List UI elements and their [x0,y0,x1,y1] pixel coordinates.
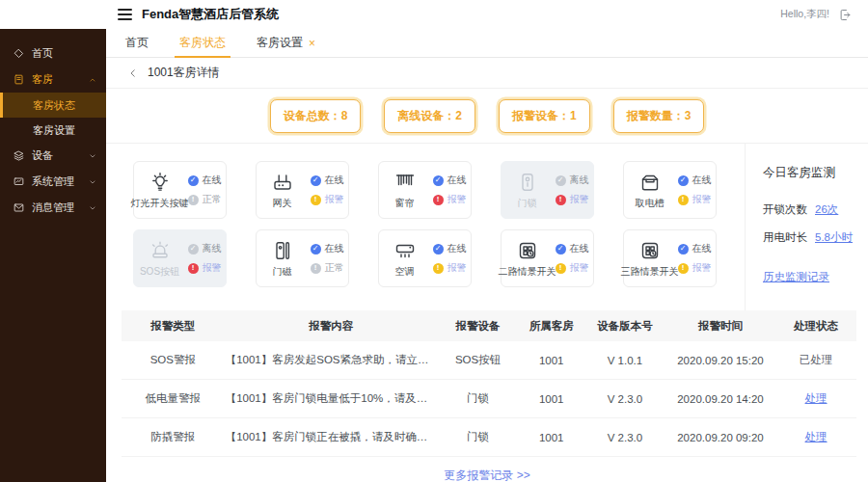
exclamation-circle-icon: ! [311,263,321,274]
cell-status: 已处理 [775,341,856,380]
back-icon[interactable] [127,67,139,79]
table-row: 防撬警报【1001】客房门锁正在被撬，请及时确认安全！门锁1001V 2.3.0… [122,418,856,457]
sidebar-item-rooms[interactable]: 客房 [0,67,106,93]
sidebar-item-system-management[interactable]: 系统管理 [0,169,106,195]
status-online: ✓在线 [188,174,222,187]
tab-room-status[interactable]: 客房状态 [179,29,226,57]
device-card-door-lock[interactable]: 门锁✓离线!报警 [501,161,594,219]
status-label: 离线 [203,242,222,255]
status-alarm-yellow: !报警 [678,261,712,275]
cell-content: 【1001】客房门锁正在被撬，请及时确认安全！ [225,418,438,457]
device-card-gateway[interactable]: 网关✓在线!报警 [256,161,349,219]
device-card-air-conditioner[interactable]: 空调✓在线!报警 [378,229,472,287]
logout-icon[interactable] [838,8,853,22]
sidebar-item-room-settings[interactable]: 客房设置 [0,118,106,143]
lock-icon [516,171,539,194]
check-circle-icon: ✓ [311,244,321,254]
stats-row: 设备总数：8离线设备：2报警设备：1报警数量：3 [106,89,868,144]
sidebar-item-label: 首页 [32,46,53,61]
device-name: 窗帘 [395,197,415,210]
tab-home[interactable]: 首页 [125,29,149,57]
device-card-left: 取电槽 [629,171,671,210]
status-label: 报警 [692,193,712,206]
sidebar-item-label: 设备 [32,148,53,163]
device-card-scene-switch-3[interactable]: 三路情景开关✓在线!报警 [623,229,717,287]
device-statuses: ✓在线!报警 [678,242,712,275]
device-card-left: SOS按钮 [139,239,181,279]
stat-badge-1: 离线设备：2 [384,99,475,133]
cell-status: 处理 [775,380,856,418]
cell-device: SOS按钮 [438,341,519,380]
device-statuses: ✓在线!正常 [188,174,222,206]
column-header: 报警时间 [665,310,775,341]
device-card-power-slot[interactable]: 取电槽✓在线!报警 [623,161,717,219]
device-card-light-switch[interactable]: 灯光开关按键✓在线!正常 [133,161,227,219]
tab-room-settings[interactable]: 客房设置× [257,29,315,57]
status-online: ✓在线 [311,242,344,255]
handled-label: 已处理 [800,354,833,365]
device-name: 灯光开关按键 [131,197,189,210]
handle-link[interactable]: 处理 [805,392,827,404]
chevron-down-icon [88,177,97,187]
status-label: 报警 [203,261,222,275]
status-label: 在线 [203,174,222,187]
page-title: 1001客房详情 [148,65,220,81]
scene-switch-icon [638,239,662,262]
sidebar-item-devices[interactable]: 设备 [0,143,106,169]
check-circle-icon: ✓ [188,244,199,254]
menu-toggle-icon[interactable] [118,9,132,20]
sidebar-item-message-management[interactable]: 消息管理 [0,195,106,221]
check-circle-icon: ✓ [678,175,689,186]
sidebar-item-home[interactable]: 首页 [0,40,106,67]
cell-device: 门锁 [438,418,519,457]
device-name: 二路情景开关 [499,265,556,279]
monitor-row-unlock-count: 开锁次数26次 [763,202,868,217]
monitor-value-link[interactable]: 5.8小时 [815,230,853,245]
cell-type: 防撬警报 [122,418,225,457]
history-records-link[interactable]: 历史监测记录 [763,270,829,284]
ac-icon [393,239,417,262]
check-circle-icon: ✓ [433,175,444,186]
tab-bar: 首页客房状态客房设置× [106,29,868,58]
monitor-value-link[interactable]: 26次 [815,202,838,217]
device-card-door-sensor[interactable]: 门磁✓在线!正常 [256,229,349,287]
alarm-table: 报警类型报警内容报警设备所属客房设备版本号报警时间处理状态 SOS警报【1001… [122,310,856,457]
status-offline: ✓离线 [556,174,589,187]
device-card-scene-switch-2[interactable]: 二路情景开关✓在线!报警 [501,229,594,287]
status-offline: ✓离线 [188,242,222,255]
table-row: SOS警报【1001】客房发起SOS紧急求助，请立即上门协助！SOS按钮1001… [122,341,856,380]
more-alarms-link[interactable]: 更多报警记录 >> [106,468,868,482]
main-area: 首页客房状态客房设置× 1001客房详情 设备总数：8离线设备：2报警设备：1报… [106,29,868,482]
table-row: 低电量警报【1001】客房门锁电量低于10%，请及时更换电池！门锁1001V 2… [122,380,856,418]
status-online: ✓在线 [433,174,467,187]
column-header: 所属客房 [518,310,584,341]
breadcrumb: 1001客房详情 [106,58,868,89]
sidebar-item-label: 客房 [32,72,53,87]
handle-link[interactable]: 处理 [805,431,827,442]
status-alarm-red: !报警 [556,193,589,206]
status-online: ✓在线 [556,242,589,255]
device-statuses: ✓在线!报警 [433,174,467,206]
cell-type: 低电量警报 [122,380,225,418]
close-tab-icon[interactable]: × [309,37,315,50]
double-chevron-right-icon: >> [517,469,530,482]
cell-version: V 2.3.0 [584,418,665,457]
device-card-left: 窗帘 [384,171,426,210]
chevron-up-icon [88,75,97,85]
status-alarm-yellow: !报警 [678,193,712,206]
cell-content: 【1001】客房发起SOS紧急求助，请立即上门协助！ [225,341,438,380]
room-monitor-panel: 今日客房监测 开锁次数26次用电时长5.8小时 历史监测记录 [745,144,868,310]
check-circle-icon: ✓ [433,244,444,254]
chevron-down-icon [88,151,97,161]
device-card-curtain[interactable]: 窗帘✓在线!报警 [378,161,472,219]
device-name: 空调 [395,265,415,279]
column-header: 报警设备 [438,310,519,341]
device-card-sos-button[interactable]: SOS按钮✓离线!报警 [133,229,227,287]
sidebar-item-room-status[interactable]: 客房状态 [0,93,106,118]
power-slot-icon [638,171,662,194]
status-alarm-yellow: !报警 [433,261,467,275]
message-icon [13,201,25,214]
cell-time: 2020.09.20 14:20 [665,380,775,418]
device-card-left: 灯光开关按键 [139,171,181,210]
device-name: 三路情景开关 [621,265,679,279]
